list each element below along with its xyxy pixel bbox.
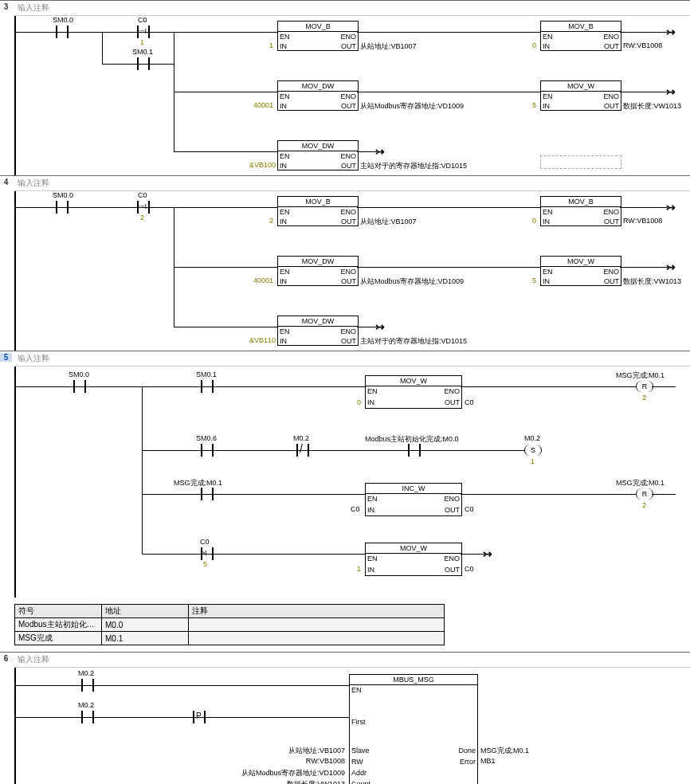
label-sm00: SM0.0 — [53, 16, 73, 24]
terminator-icon: ↣ — [666, 261, 676, 273]
coil-reset[interactable]: R — [636, 381, 653, 392]
th-symbol: 符号 — [15, 605, 102, 618]
contact-m02-b[interactable] — [78, 711, 97, 723]
network-5: 5 输入注释 SM0.0 SM0.1 MOV_W EN ENO IN OUT 0… — [0, 351, 690, 645]
network-6: 6 输入注释 M0.2 M0.2 P MBUS_MSG EN First Sla… — [0, 652, 690, 784]
box-movdw-1[interactable]: MOV_DW EN ENO IN OUT — [277, 80, 359, 111]
network-number: 6 — [0, 654, 12, 663]
network-number: 5 — [0, 353, 12, 362]
table-row[interactable]: MSG完成 M0.1 — [15, 632, 445, 645]
terminator-icon: ↣ — [666, 25, 676, 38]
symbol-table[interactable]: 符号 地址 注释 Modbus主站初始化… M0.0 MSG完成 M0.1 — [14, 604, 445, 645]
label-sm01: SM0.1 — [132, 48, 153, 56]
coil-set[interactable]: S — [524, 445, 542, 456]
box-movdw-2[interactable]: MOV_DW EN ENO IN OUT — [277, 316, 359, 346]
network-3: 3 输入注释 SM0.0 C0 ==I 1 SM0.1 MOV_B EN ENO… — [0, 0, 690, 175]
table-row[interactable]: Modbus主站初始化… M0.0 — [15, 618, 445, 632]
terminator-icon: ↣ — [666, 85, 676, 98]
label-c0-op: ==I — [136, 27, 147, 35]
box-movw-2[interactable]: MOV_W EN ENO IN OUT — [365, 543, 462, 576]
coil-reset-2[interactable]: R — [636, 488, 653, 500]
contact-sm00[interactable] — [53, 25, 72, 38]
network-comment[interactable]: 输入注释 — [14, 351, 690, 367]
network-comment[interactable]: 输入注释 — [14, 176, 690, 191]
network-comment[interactable]: 输入注释 — [14, 1, 690, 16]
contact-pulse[interactable]: P — [190, 711, 209, 723]
box-movb-1[interactable]: MOV_B EN ENO IN OUT — [277, 196, 359, 226]
box-movb-1[interactable]: MOV_B EN ENO IN OUT — [277, 21, 359, 51]
contact-sm00[interactable] — [53, 201, 72, 214]
selection-box — [540, 155, 621, 169]
box-mbus-msg[interactable]: MBUS_MSG EN First Slave RW Addr Count Da… — [349, 674, 478, 784]
th-addr: 地址 — [102, 605, 189, 618]
contact-sm01[interactable] — [198, 380, 217, 393]
contact-sm06[interactable] — [198, 444, 217, 457]
box-movdw-1[interactable]: MOV_DW EN ENO IN OUT — [277, 256, 359, 286]
network-number: 3 — [0, 2, 12, 11]
box-movw[interactable]: MOV_W EN ENO IN OUT — [365, 375, 462, 409]
network-comment[interactable]: 输入注释 — [14, 653, 690, 668]
label-c0: C0 — [138, 16, 147, 24]
box-movw-1[interactable]: MOV_W EN ENO IN OUT — [540, 80, 621, 111]
label-c0-val: 1 — [140, 38, 144, 46]
terminator-icon: ↣ — [375, 320, 385, 333]
contact-sm01[interactable] — [134, 57, 153, 70]
contact-m02-neg[interactable] — [293, 444, 312, 457]
box-movb-2[interactable]: MOV_B EN ENO IN OUT — [540, 21, 621, 51]
network-4: 4 输入注释 SM0.0 C0 ==I 2 MOV_B EN ENO IN OU… — [0, 175, 690, 351]
network-number: 4 — [0, 178, 12, 186]
contact-m02[interactable] — [78, 679, 97, 692]
box-incw[interactable]: INC_W EN ENO IN OUT — [365, 483, 462, 516]
contact-sm00[interactable] — [70, 380, 89, 393]
terminator-icon: ↣ — [375, 145, 385, 158]
box-movdw-2[interactable]: MOV_DW EN ENO IN OUT — [277, 140, 359, 171]
terminator-icon: ↣ — [483, 547, 492, 560]
terminator-icon: ↣ — [666, 201, 676, 214]
contact-msgdone[interactable] — [198, 488, 217, 500]
box-movw-1[interactable]: MOV_W EN ENO IN OUT — [540, 256, 621, 286]
contact-mb-init[interactable] — [405, 444, 424, 457]
th-comment: 注释 — [189, 605, 445, 618]
box-movb-2[interactable]: MOV_B EN ENO IN OUT — [540, 196, 621, 226]
